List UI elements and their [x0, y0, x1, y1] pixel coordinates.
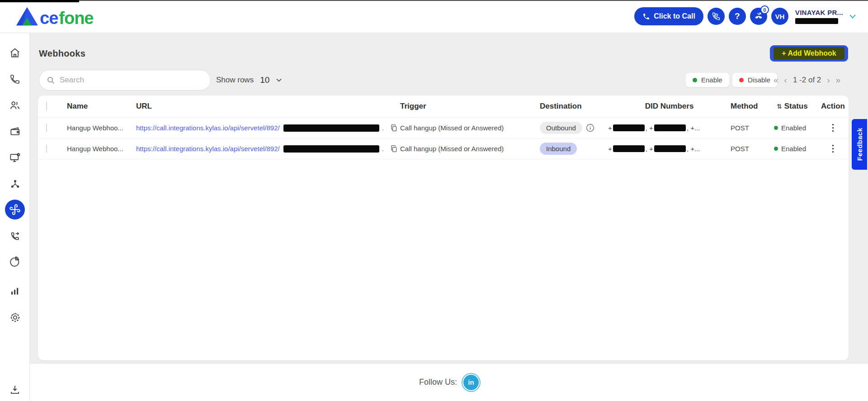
did-prefix: + — [608, 145, 612, 153]
feedback-label: Feedback — [856, 128, 863, 161]
webhook-url-link[interactable]: https://call.integrations.kylas.io/api/s… — [136, 124, 280, 132]
url-redaction — [283, 124, 379, 132]
copy-icon[interactable] — [390, 124, 398, 132]
help-button[interactable]: ? — [729, 8, 746, 25]
enabled-dot-icon — [774, 147, 778, 151]
did-redaction — [654, 145, 686, 152]
sort-icon[interactable]: ⇅ — [777, 103, 782, 110]
sidebar-item-contacts[interactable] — [6, 96, 24, 115]
last-page-button[interactable]: » — [836, 76, 841, 84]
did-tail: , +... — [687, 145, 700, 153]
click-to-call-label: Click to Call — [654, 12, 695, 20]
row-actions-menu[interactable] — [817, 144, 849, 153]
row-actions-menu[interactable] — [817, 124, 849, 132]
row-checkbox[interactable] — [46, 144, 47, 153]
webhook-status: Enabled — [781, 145, 806, 153]
chevron-down-icon — [276, 78, 282, 82]
search-box[interactable] — [39, 70, 211, 91]
sidebar-item-network[interactable] — [6, 175, 24, 193]
app-header: cefone Click to Call ? 0 — [0, 0, 868, 33]
question-mark-icon: ? — [735, 11, 740, 21]
webhooks-table-card: Name URL Trigger Destination DID Numbers… — [38, 95, 849, 360]
missed-calls-button[interactable]: 0 — [750, 8, 767, 25]
header-method: Method — [731, 102, 774, 111]
call-history-button[interactable] — [708, 8, 725, 25]
did-redaction — [613, 124, 645, 131]
sidebar — [0, 33, 30, 401]
linkedin-icon[interactable]: in — [463, 375, 479, 390]
sidebar-item-call-routing[interactable] — [6, 227, 24, 245]
user-info[interactable]: VINAYAK PR... — [795, 9, 843, 24]
header-actions: Click to Call ? 0 VH VINAYAK PR... — [634, 7, 856, 25]
phone-icon — [9, 74, 20, 85]
disable-button[interactable]: Disable — [732, 72, 778, 87]
disable-dot-icon — [739, 78, 744, 82]
webhook-url-link[interactable]: https://call.integrations.kylas.io/api/s… — [136, 145, 280, 153]
did-prefix: + — [608, 124, 612, 132]
select-all-checkbox[interactable] — [46, 101, 47, 111]
sidebar-item-home[interactable] — [6, 44, 24, 62]
search-input[interactable] — [60, 76, 195, 85]
header-status: Status — [784, 102, 808, 111]
users-icon — [9, 100, 21, 111]
sidebar-item-wallet[interactable] — [6, 122, 24, 140]
webhook-trigger: Call hangup (Missed or Answered) — [400, 145, 540, 153]
table-header-row: Name URL Trigger Destination DID Numbers… — [38, 95, 849, 118]
enable-dot-icon — [693, 78, 697, 82]
webhook-name: Hangup Webhoo... — [67, 145, 136, 153]
destination-badge: Outbound — [540, 122, 582, 134]
url-redaction — [283, 145, 379, 153]
webhook-name: Hangup Webhoo... — [67, 124, 136, 132]
pagination: « ‹ 1 -2 of 2 › » — [774, 72, 840, 87]
prev-page-button[interactable]: ‹ — [784, 76, 787, 84]
monitor-gear-icon — [9, 152, 21, 164]
click-to-call-button[interactable]: Click to Call — [634, 7, 703, 25]
header-trigger: Trigger — [400, 102, 540, 111]
gear-icon — [9, 311, 21, 324]
show-rows-control[interactable]: Show rows 10 — [216, 70, 282, 91]
sidebar-item-download[interactable] — [6, 381, 24, 399]
missed-calls-badge: 0 — [760, 5, 769, 14]
show-rows-value[interactable]: 10 — [260, 75, 269, 85]
sidebar-item-reports[interactable] — [6, 253, 24, 271]
phone-icon — [642, 13, 650, 20]
header-destination: Destination — [540, 102, 608, 111]
main-content: Webhooks + Add Webhook Show rows 10 Enab… — [30, 33, 868, 363]
user-detail-redaction — [795, 18, 838, 24]
row-checkbox[interactable] — [46, 124, 47, 132]
bar-chart-icon — [9, 286, 20, 296]
sidebar-item-device-settings[interactable] — [6, 148, 24, 167]
sidebar-item-settings[interactable] — [6, 308, 24, 326]
first-page-button[interactable]: « — [774, 76, 778, 84]
page-title: Webhooks — [39, 48, 85, 59]
did-tail: , +... — [687, 124, 700, 132]
add-webhook-button[interactable]: + Add Webhook — [770, 45, 848, 62]
url-suffix: . — [382, 145, 384, 153]
enable-label: Enable — [701, 76, 722, 84]
did-sep: , + — [646, 124, 653, 132]
did-redaction — [654, 124, 686, 131]
info-icon[interactable] — [586, 124, 594, 132]
copy-icon[interactable] — [390, 145, 398, 153]
home-icon — [9, 47, 21, 59]
url-suffix: . — [382, 124, 384, 132]
did-redaction — [613, 145, 645, 152]
sidebar-item-analytics[interactable] — [6, 282, 24, 300]
acefone-logo[interactable]: cefone — [15, 6, 94, 26]
webhook-status: Enabled — [781, 124, 806, 132]
download-icon — [9, 384, 21, 396]
webhook-method: POST — [731, 124, 774, 132]
avatar-initials: VH — [775, 13, 784, 20]
disable-label: Disable — [748, 76, 770, 84]
sidebar-item-calls[interactable] — [6, 70, 24, 88]
table-row: Hangup Webhoo... https://call.integratio… — [38, 138, 849, 159]
footer: Follow Us: in — [30, 363, 868, 401]
window-edge-artifact-black — [0, 0, 79, 2]
feedback-tab[interactable]: Feedback — [852, 119, 867, 170]
user-avatar[interactable]: VH — [771, 8, 788, 25]
sidebar-item-integrations-active[interactable] — [5, 200, 25, 220]
chevron-down-icon[interactable] — [849, 14, 856, 19]
webhook-trigger: Call hangup (Missed or Answered) — [400, 124, 540, 132]
enable-button[interactable]: Enable — [685, 72, 730, 87]
next-page-button[interactable]: › — [827, 76, 830, 84]
